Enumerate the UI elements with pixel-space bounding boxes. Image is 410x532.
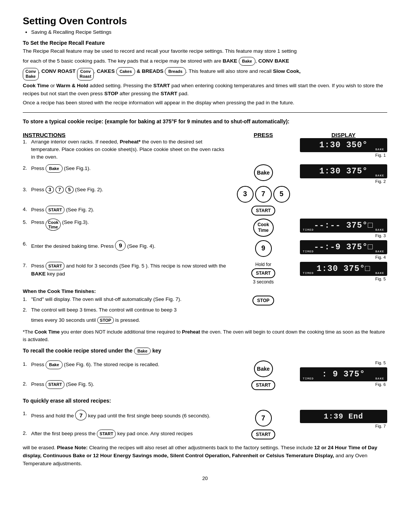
fig1-right-label: BAKE xyxy=(375,148,384,151)
step-3-row: 3. Press 3 7 5 (See Fig. 2). 3 7 5 xyxy=(23,186,387,206)
convroast-bold: CONV ROAST xyxy=(41,68,76,74)
press-bake-recall: Bake xyxy=(254,360,273,377)
fig5-left-label: TIMED xyxy=(303,271,314,275)
when-continue: times every 30 seconds until STOP is pre… xyxy=(31,317,227,324)
key-5-inline: 5 xyxy=(65,186,74,194)
step-1-display: 1:30 350° BAKE Fig. 1 xyxy=(300,138,387,164)
section1-para1: The Recipe Recall feature may be used to… xyxy=(23,47,387,55)
fig2-text: 1:30 375° xyxy=(319,167,368,176)
section1-para4: Cook Time or Warm & Hold added setting. … xyxy=(23,82,387,98)
erase-table: 1. Press and hold the 7 key pad until th… xyxy=(23,410,387,442)
press-stop: STOP xyxy=(252,296,274,305)
when-layout: 1. "End" will display. The oven will shu… xyxy=(23,296,387,326)
recipe-recall-heading: To Set the Recipe Recall Feature xyxy=(23,40,387,46)
step-2-num: 2. xyxy=(23,164,31,173)
note-preheat: *The Cook Time you enter does NOT includ… xyxy=(23,328,387,343)
stop-key-inline: STOP xyxy=(97,317,114,324)
step-6-display: TIMED --:-9 375°□ BAKE Fig. 4 xyxy=(300,240,387,262)
step-2-content: Press Bake (See Fig.1). xyxy=(31,164,227,173)
fig5-right-label: BAKE xyxy=(375,271,384,275)
erase-step1-row: 1. Press and hold the 7 key pad until th… xyxy=(23,410,387,430)
press-key-7: 7 xyxy=(255,186,272,203)
cakes-bold: CAKES xyxy=(97,68,115,74)
erase-note-para: will be erased. Please Note: Clearing th… xyxy=(23,444,387,468)
display-fig4: TIMED --:-9 375°□ BAKE xyxy=(300,240,387,254)
erase-heading: To quickly erase all stored recipes: xyxy=(23,398,387,404)
recall-step1-row: 1. Press Bake (See Fig. 6). The stored r… xyxy=(23,360,387,380)
recall-step2-content: Press START (See Fig. 5). xyxy=(31,380,227,389)
step-6-press: 9 xyxy=(227,240,300,262)
fig5-text: 1:30 375°□ xyxy=(317,264,371,274)
press-start-step7: START xyxy=(251,268,275,278)
press-key-7-erase: 7 xyxy=(255,410,272,427)
fig4-left-label: TIMED xyxy=(303,250,314,253)
recall-step1-press-item: Bake xyxy=(227,360,300,377)
recall-step1-content: Press Bake (See Fig. 6). The stored reci… xyxy=(31,360,227,369)
bake-bold-step7: BAKE xyxy=(31,271,46,277)
breads-bold: & BREADS xyxy=(137,68,164,74)
key-9-inline: 9 xyxy=(115,240,126,251)
display-fig5: TIMED 1:30 375°□ BAKE xyxy=(300,262,387,276)
step-7-press-group: Hold for START 3 seconds xyxy=(227,262,300,285)
step-2-press-item: Bake xyxy=(227,164,300,181)
example-heading: To store a typical cookie recipe: (examp… xyxy=(23,118,387,126)
step-5-display: TIMED --:-- 375°□ BAKE Fig. 3 xyxy=(300,219,387,240)
display-fig6: TIMED : 9 375° BAKE xyxy=(300,367,387,381)
step-6-row: 6. Enter the desired baking time. Press … xyxy=(23,240,387,262)
recall-step1-display: Fig. 5 TIMED : 9 375° BAKE Fig. 6 xyxy=(300,360,387,393)
step-6-instruction: 6. Enter the desired baking time. Press … xyxy=(23,240,227,262)
fig1-text: 1:30 350° xyxy=(319,140,368,150)
fig6-left-label: TIMED xyxy=(303,377,314,380)
fig2-right-label: BAKE xyxy=(375,174,384,177)
cakes-key-inline: Cakes xyxy=(116,67,135,76)
seconds-label: 3 seconds xyxy=(253,279,274,285)
page-title: Setting Oven Controls xyxy=(23,15,387,27)
erase-step2-num: 2. xyxy=(23,430,31,438)
erase-step1-num: 1. xyxy=(23,410,31,420)
step-4-content: Press START (See Fig. 2). xyxy=(31,206,227,214)
step-4-press-item: START xyxy=(227,206,300,216)
bullet-saving-recalling: Saving & Recalling Recipe Settings xyxy=(31,28,387,36)
step-6-content: Enter the desired baking time. Press 9 (… xyxy=(31,240,227,251)
step-1-content: Arrange interior oven racks. If needed, … xyxy=(31,138,227,161)
fig4-right-label: BAKE xyxy=(375,250,384,253)
when-step1-content: "End" will display. The oven will shut-o… xyxy=(31,296,227,303)
breads-key-inline: Breads xyxy=(165,67,186,76)
when-step1: 1. "End" will display. The oven will shu… xyxy=(23,296,227,303)
start-key-erase-inline: START xyxy=(97,430,116,438)
step-1-instruction: 1. Arrange interior oven racks. If neede… xyxy=(23,138,227,164)
step-6-num: 6. xyxy=(23,240,31,251)
stop-bold1: STOP xyxy=(104,91,118,96)
preheat-bold: Preheat* xyxy=(120,139,140,145)
cooktime-bold-inline: Cook Time xyxy=(23,83,49,88)
fig5-label: Fig. 5 xyxy=(300,277,387,281)
key-3-inline: 3 xyxy=(46,186,54,194)
recall-table: 1. Press Bake (See Fig. 6). The stored r… xyxy=(23,360,387,393)
hold-for-label: Hold for xyxy=(255,262,271,267)
when-display xyxy=(300,296,387,326)
convbake-key-inline: ConvBake xyxy=(23,68,39,80)
bake-key-inline: Bake xyxy=(239,57,255,66)
step-3-press: 3 7 5 xyxy=(227,186,300,206)
start-key-step7-inline: START xyxy=(46,262,65,271)
key-7-erase-inline: 7 xyxy=(75,410,87,420)
press-bake-step2: Bake xyxy=(254,164,273,181)
step-7-instruction: 7. Press START and hold for 3 seconds (S… xyxy=(23,262,227,285)
step-6-press-item: 9 xyxy=(227,240,300,257)
step-5-content: Press CookTime (See Fig.3). xyxy=(31,219,227,231)
erase-step1-press: 7 xyxy=(227,410,300,430)
display-fig1: 1:30 350° BAKE xyxy=(300,138,387,152)
step-3-instruction: 3. Press 3 7 5 (See Fig. 2). xyxy=(23,186,227,206)
press-375-group: 3 7 5 xyxy=(237,186,290,203)
convbake-bold: CONV BAKE xyxy=(258,58,289,64)
fig6-label: Fig. 6 xyxy=(300,382,387,387)
step-1-row: 1. Arrange interior oven racks. If neede… xyxy=(23,138,387,164)
start-key-step4-inline: START xyxy=(46,206,65,214)
section1-para5: Once a recipe has been stored with the r… xyxy=(23,99,387,107)
recall-step1-instruction: 1. Press Bake (See Fig. 6). The stored r… xyxy=(23,360,227,380)
cooktime-bold-note: Cook Time xyxy=(35,329,60,335)
step-3-num: 3. xyxy=(23,186,31,194)
recall-step2-press: START xyxy=(227,380,300,393)
section1-para2: for each of the 5 basic cooking pads. Th… xyxy=(23,57,387,66)
fig3-text: --:-- 375°□ xyxy=(314,221,373,230)
